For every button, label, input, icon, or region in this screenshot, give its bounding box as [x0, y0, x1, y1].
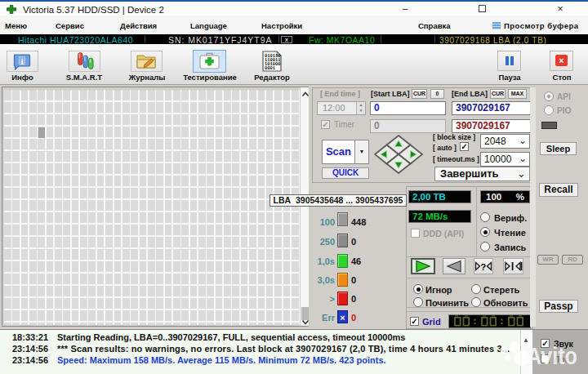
svg-text:0001: 0001: [265, 66, 275, 71]
svg-text:Avito: Avito: [527, 342, 577, 369]
svg-text:?: ?: [480, 262, 486, 272]
svg-text:i: i: [20, 56, 23, 66]
